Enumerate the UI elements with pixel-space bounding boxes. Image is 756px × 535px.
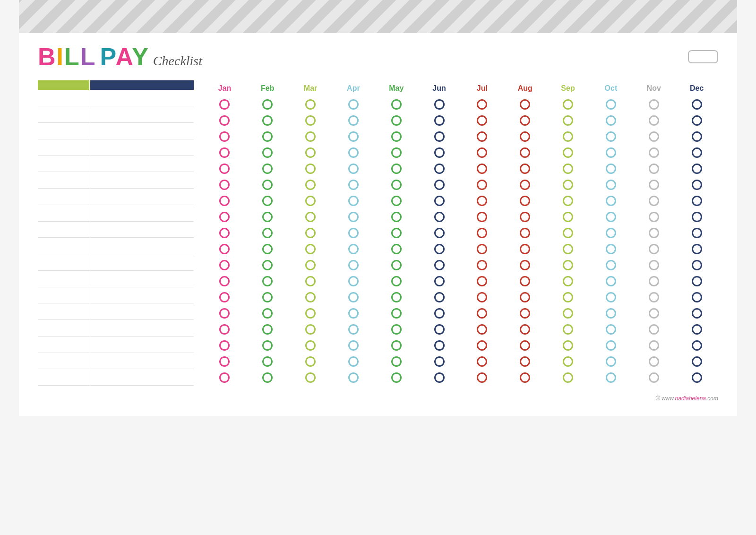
circle-checkbox[interactable] [305,292,316,302]
circle-checkbox[interactable] [348,276,359,286]
checkbox-cell-aug[interactable] [504,241,547,257]
checkbox-cell-mar[interactable] [289,96,332,112]
circle-checkbox[interactable] [563,324,573,335]
circle-checkbox[interactable] [606,276,616,286]
circle-checkbox[interactable] [219,228,230,238]
checkbox-cell-aug[interactable] [504,193,547,209]
checkbox-cell-dec[interactable] [675,177,718,193]
circle-checkbox[interactable] [477,212,487,222]
checkbox-cell-nov[interactable] [632,145,675,161]
checkbox-cell-aug[interactable] [504,305,547,321]
circle-checkbox[interactable] [434,244,445,254]
circle-checkbox[interactable] [434,196,445,206]
circle-checkbox[interactable] [391,340,402,351]
circle-checkbox[interactable] [391,131,402,142]
checkbox-cell-mar[interactable] [289,161,332,177]
checkbox-cell-nov[interactable] [632,257,675,273]
checkbox-cell-dec[interactable] [675,273,718,289]
circle-checkbox[interactable] [606,115,616,126]
checkbox-cell-apr[interactable] [332,257,375,273]
due-date-cell[interactable] [38,221,90,238]
checkbox-cell-oct[interactable] [589,273,632,289]
circle-checkbox[interactable] [434,147,445,158]
due-date-cell[interactable] [38,303,90,320]
checkbox-cell-jan[interactable] [203,177,246,193]
checkbox-cell-apr[interactable] [332,370,375,386]
checkbox-cell-jan[interactable] [203,305,246,321]
circle-checkbox[interactable] [692,99,702,110]
checkbox-cell-jul[interactable] [461,273,504,289]
checkbox-cell-jun[interactable] [418,129,461,145]
bill-expense-cell[interactable] [90,303,194,320]
checkbox-cell-oct[interactable] [589,354,632,370]
circle-checkbox[interactable] [477,260,487,270]
circle-checkbox[interactable] [520,164,530,174]
checkbox-cell-jun[interactable] [418,370,461,386]
circle-checkbox[interactable] [219,212,230,222]
circle-checkbox[interactable] [692,131,702,142]
checkbox-cell-nov[interactable] [632,354,675,370]
checkbox-cell-oct[interactable] [589,337,632,354]
checkbox-cell-sep[interactable] [547,177,590,193]
checkbox-cell-jan[interactable] [203,225,246,241]
circle-checkbox[interactable] [262,340,273,351]
circle-checkbox[interactable] [348,228,359,238]
checkbox-cell-dec[interactable] [675,257,718,273]
circle-checkbox[interactable] [219,164,230,174]
bill-expense-cell[interactable] [90,205,194,221]
checkbox-cell-feb[interactable] [246,177,289,193]
circle-checkbox[interactable] [520,372,530,383]
checkbox-cell-jul[interactable] [461,161,504,177]
bill-expense-cell[interactable] [90,221,194,238]
circle-checkbox[interactable] [520,147,530,158]
circle-checkbox[interactable] [692,308,702,319]
checkbox-cell-dec[interactable] [675,241,718,257]
checkbox-cell-sep[interactable] [547,96,590,112]
circle-checkbox[interactable] [563,147,573,158]
checkbox-cell-jan[interactable] [203,145,246,161]
circle-checkbox[interactable] [348,180,359,190]
circle-checkbox[interactable] [305,340,316,351]
circle-checkbox[interactable] [305,324,316,335]
circle-checkbox[interactable] [477,180,487,190]
circle-checkbox[interactable] [563,99,573,110]
circle-checkbox[interactable] [477,292,487,302]
circle-checkbox[interactable] [434,212,445,222]
circle-checkbox[interactable] [692,164,702,174]
circle-checkbox[interactable] [563,212,573,222]
due-date-cell[interactable] [38,106,90,123]
circle-checkbox[interactable] [520,308,530,319]
circle-checkbox[interactable] [692,340,702,351]
checkbox-cell-nov[interactable] [632,96,675,112]
checkbox-cell-feb[interactable] [246,273,289,289]
circle-checkbox[interactable] [305,99,316,110]
checkbox-cell-sep[interactable] [547,321,590,337]
checkbox-cell-apr[interactable] [332,354,375,370]
circle-checkbox[interactable] [262,276,273,286]
due-date-cell[interactable] [38,155,90,172]
circle-checkbox[interactable] [348,196,359,206]
checkbox-cell-may[interactable] [375,161,418,177]
checkbox-cell-jul[interactable] [461,112,504,129]
circle-checkbox[interactable] [692,260,702,270]
circle-checkbox[interactable] [348,99,359,110]
circle-checkbox[interactable] [219,324,230,335]
due-date-cell[interactable] [38,369,90,386]
checkbox-cell-dec[interactable] [675,225,718,241]
checkbox-cell-may[interactable] [375,273,418,289]
circle-checkbox[interactable] [649,244,659,254]
checkbox-cell-sep[interactable] [547,145,590,161]
circle-checkbox[interactable] [305,276,316,286]
checkbox-cell-sep[interactable] [547,354,590,370]
checkbox-cell-aug[interactable] [504,96,547,112]
checkbox-cell-oct[interactable] [589,129,632,145]
checkbox-cell-jun[interactable] [418,354,461,370]
checkbox-cell-aug[interactable] [504,321,547,337]
circle-checkbox[interactable] [606,260,616,270]
checkbox-cell-nov[interactable] [632,273,675,289]
circle-checkbox[interactable] [305,180,316,190]
checkbox-cell-aug[interactable] [504,112,547,129]
checkbox-cell-mar[interactable] [289,305,332,321]
circle-checkbox[interactable] [606,212,616,222]
checkbox-cell-mar[interactable] [289,354,332,370]
